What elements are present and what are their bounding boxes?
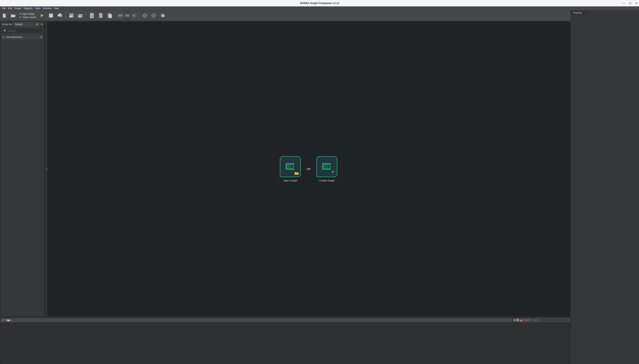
cloud-check-button[interactable] (56, 12, 64, 20)
sync-icon: ⟲ (19, 12, 22, 15)
component-sidebar: Group by: Default ▼ ⟳ 🔍 (1, 22, 44, 316)
console-info-filter[interactable]: i (516, 319, 519, 322)
chevron-down-icon: ▼ (36, 23, 38, 26)
search-icon: 🔍 (4, 29, 7, 32)
menu-graph[interactable]: Graph (14, 7, 22, 10)
clear-icon: ✕ (19, 16, 22, 19)
chevron-right-icon: ▶ (3, 36, 5, 38)
window-minimize-button[interactable]: — (623, 2, 625, 5)
open-graph-card[interactable]: Open Graph (280, 156, 301, 182)
new-file-button[interactable]: + (0, 12, 8, 20)
sync-repo-label: Sync Repo (23, 13, 35, 15)
menu-help[interactable]: Help (53, 7, 60, 10)
svg-point-19 (128, 15, 128, 16)
menu-edit[interactable]: Edit (7, 7, 13, 10)
svg-point-15 (120, 15, 121, 16)
toolbar-separator (86, 12, 86, 19)
play-button[interactable] (38, 12, 46, 20)
toolbar: + ⟲ Sync Repo ✕ Clear Cache (0, 10, 570, 21)
graph-canvas[interactable]: Open Graph OR ＋ Cr (47, 22, 570, 316)
create-graph-card[interactable]: ＋ Create Graph (316, 156, 337, 182)
refresh-button[interactable]: ⟳ (41, 23, 43, 26)
tree-item-label: Miscellaneous (7, 36, 22, 38)
console-error-count: 0 (528, 319, 530, 322)
target-plus-button[interactable] (141, 12, 149, 20)
console-error-icon[interactable]: ✕ (525, 319, 528, 322)
console-prompt-icon: >_ (11, 319, 14, 322)
group-by-label: Group by: (2, 23, 13, 26)
console-search[interactable] (530, 318, 569, 322)
create-graph-label: Create Graph (319, 179, 334, 182)
sync-repo-button[interactable]: ⟲ Sync Repo (19, 12, 36, 15)
toolbar-separator (66, 12, 66, 19)
target-center-button[interactable] (150, 12, 158, 20)
window-close-button[interactable]: ✕ (635, 2, 637, 5)
menu-tools[interactable]: Tools (34, 7, 42, 10)
console-folder-button[interactable] (7, 319, 10, 322)
svg-text:i: i (517, 319, 518, 321)
stop-button[interactable] (47, 12, 55, 20)
sidebar-collapse-handle[interactable]: ◀ (46, 22, 47, 316)
group-by-value: Default (15, 23, 23, 26)
property-tab[interactable]: Property (571, 11, 585, 15)
open-folder-button[interactable] (9, 12, 17, 20)
svg-rect-12 (109, 13, 110, 14)
import-button[interactable] (67, 12, 76, 20)
clear-cache-button[interactable]: ✕ Clear Cache (19, 16, 36, 19)
sidebar-search-input[interactable] (8, 29, 41, 32)
svg-text:+: + (5, 13, 7, 15)
graph-doc-icon (285, 162, 296, 171)
svg-rect-9 (100, 13, 102, 14)
export-button[interactable] (76, 12, 85, 20)
tree-item-miscellaneous[interactable]: ▶ Miscellaneous 4 (1, 34, 43, 40)
svg-rect-1 (49, 14, 53, 18)
console-output[interactable] (1, 322, 570, 364)
group-by-select[interactable]: Default ▼ (14, 22, 40, 26)
svg-rect-3 (69, 14, 74, 14)
menu-file[interactable]: File (1, 7, 7, 10)
svg-point-21 (133, 15, 134, 16)
sidebar-search[interactable]: 🔍 (2, 28, 43, 33)
console-warn-count: 1 (523, 319, 525, 322)
svg-point-14 (119, 15, 120, 16)
svg-rect-20 (132, 14, 137, 18)
property-panel: Property (570, 10, 639, 364)
menu-registry[interactable]: Registry (23, 7, 34, 10)
view-dots3-button[interactable] (117, 12, 123, 20)
delete-button[interactable] (88, 12, 96, 20)
plus-icon: ＋ (331, 169, 335, 174)
svg-point-18 (126, 15, 127, 16)
copy-button[interactable] (97, 12, 105, 20)
window-titlebar: NVIDIA Graph Composer 4.1.0 — ☐ ✕ (0, 0, 639, 6)
console-clear-button[interactable]: ⊘ (1, 319, 4, 322)
svg-point-2 (60, 16, 62, 18)
console-edit-button[interactable]: ✎ (4, 319, 6, 322)
view-dots2-button[interactable] (124, 12, 130, 20)
console-panel: ⊘ ✎ >_ ✱ i ! (1, 318, 570, 364)
console-search-input[interactable] (532, 319, 568, 322)
cube-button[interactable] (159, 12, 167, 20)
svg-point-16 (121, 15, 122, 16)
svg-point-24 (153, 15, 154, 16)
folder-open-icon (294, 172, 299, 175)
svg-rect-17 (125, 14, 130, 18)
window-title: NVIDIA Graph Composer 4.1.0 (300, 2, 339, 5)
console-warn-filter[interactable]: ! (520, 319, 523, 322)
window-maximize-button[interactable]: ☐ (629, 2, 631, 5)
svg-rect-11 (109, 14, 112, 18)
console-star-filter[interactable]: ✱ (514, 319, 516, 322)
toolbar-separator (115, 12, 116, 19)
or-divider-label: OR (307, 168, 311, 170)
menubar: File Edit Graph Registry Tools Window He… (0, 6, 639, 10)
clear-cache-label: Clear Cache (23, 16, 36, 19)
view-dot1-button[interactable] (131, 12, 137, 20)
paste-button[interactable] (106, 12, 114, 20)
menu-window[interactable]: Window (42, 7, 52, 10)
tree-item-count: 4 (41, 36, 42, 38)
open-graph-label: Open Graph (283, 179, 297, 182)
svg-text:!: ! (521, 319, 521, 322)
